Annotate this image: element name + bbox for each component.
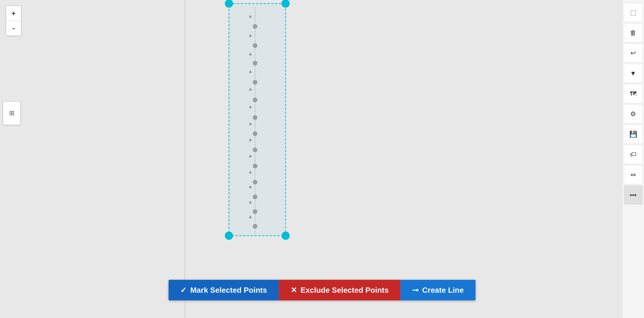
- mark-selected-points-button[interactable]: ✓ Mark Selected Points: [168, 280, 279, 300]
- zoom-controls: + -: [6, 6, 21, 36]
- swap-icon: ⇔: [630, 171, 636, 179]
- zoom-out-button[interactable]: -: [6, 21, 21, 36]
- more-icon: •••: [630, 191, 636, 199]
- create-line-label: Create Line: [422, 286, 464, 295]
- select-box-tool-button[interactable]: ⬚: [624, 3, 643, 22]
- mark-check-icon: ✓: [180, 286, 187, 295]
- delete-icon: 🗑: [630, 29, 636, 37]
- save-tool-button[interactable]: 💾: [624, 125, 643, 144]
- select-box-icon: ⬚: [630, 9, 636, 16]
- exclude-x-icon: ✕: [291, 286, 297, 295]
- more-tool-button[interactable]: •••: [624, 185, 643, 205]
- settings-icon: ⚙: [630, 110, 636, 118]
- tag-tool-button[interactable]: 🏷: [624, 145, 643, 164]
- exclude-selected-points-button[interactable]: ✕ Exclude Selected Points: [279, 280, 401, 300]
- save-icon: 💾: [629, 130, 637, 138]
- side-panel-button[interactable]: ⊞: [3, 101, 21, 125]
- undo-icon: ↩: [630, 49, 636, 57]
- create-line-icon: ⊸: [412, 286, 419, 295]
- map-canvas: [0, 0, 644, 318]
- tag-icon: 🏷: [630, 151, 636, 158]
- swap-tool-button[interactable]: ⇔: [624, 165, 643, 184]
- settings-tool-button[interactable]: ⚙: [624, 104, 643, 123]
- action-bar: ✓ Mark Selected Points ✕ Exclude Selecte…: [168, 280, 476, 300]
- zoom-in-button[interactable]: +: [6, 6, 21, 21]
- side-panel-icon: ⊞: [9, 109, 14, 117]
- mark-selected-points-label: Mark Selected Points: [190, 286, 267, 295]
- map-search-tool-button[interactable]: 🗺: [624, 84, 643, 103]
- right-toolbar: ⬚ 🗑 ↩ ▼ 🗺 ⚙ 💾 🏷 ⇔ •••: [622, 0, 644, 318]
- filter-icon: ▼: [630, 70, 636, 77]
- delete-tool-button[interactable]: 🗑: [624, 23, 643, 42]
- filter-tool-button[interactable]: ▼: [624, 64, 643, 83]
- undo-tool-button[interactable]: ↩: [624, 43, 643, 63]
- exclude-selected-points-label: Exclude Selected Points: [301, 286, 389, 295]
- create-line-button[interactable]: ⊸ Create Line: [400, 280, 476, 300]
- map-search-icon: 🗺: [630, 90, 636, 98]
